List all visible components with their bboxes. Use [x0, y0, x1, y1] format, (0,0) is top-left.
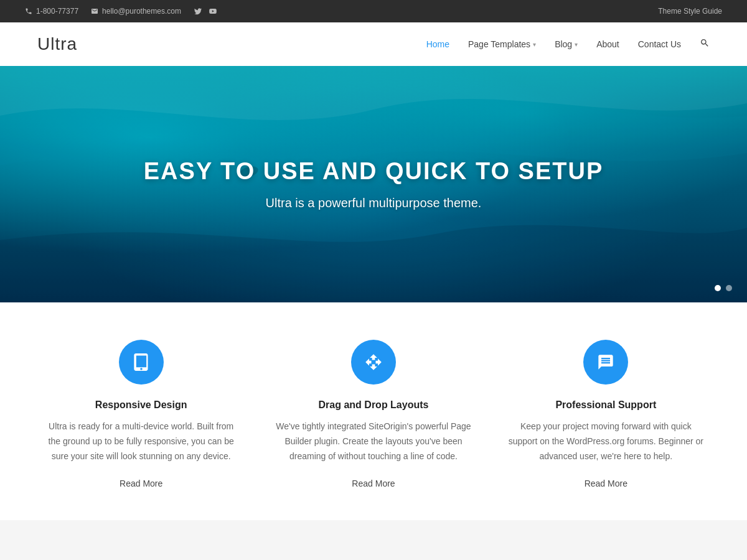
email-icon — [91, 7, 98, 15]
hero-section: EASY TO USE AND QUICK TO SETUP Ultra is … — [0, 66, 747, 302]
top-bar-left: 1-800-77377 hello@purothemes.com — [25, 7, 217, 16]
features-section: Responsive Design Ultra is ready for a m… — [0, 302, 747, 520]
hero-dots — [715, 285, 732, 291]
blog-chevron: ▾ — [575, 41, 578, 48]
feature-desc-drag-drop: We've tightly integrated SiteOrigin's po… — [276, 419, 471, 464]
hero-content: EASY TO USE AND QUICK TO SETUP Ultra is … — [144, 158, 604, 210]
main-nav: Home Page Templates ▾ Blog ▾ About Conta… — [426, 38, 710, 50]
tablet-icon — [133, 353, 150, 371]
phone-number: 1-800-77377 — [36, 7, 78, 16]
email-item: hello@purothemes.com — [91, 7, 181, 16]
page-templates-chevron: ▾ — [533, 41, 536, 48]
nav-page-templates[interactable]: Page Templates ▾ — [468, 39, 536, 49]
hero-dot-1[interactable] — [715, 285, 721, 291]
youtube-icon[interactable] — [209, 7, 217, 16]
custom-home-section: Custom Home Page — [0, 520, 747, 560]
email-address: hello@purothemes.com — [102, 7, 181, 16]
move-icon — [365, 353, 382, 371]
hero-subtitle: Ultra is a powerful multipurpose theme. — [144, 196, 604, 210]
feature-icon-drag-drop — [351, 340, 396, 385]
feature-desc-support: Keep your project moving forward with qu… — [509, 419, 703, 464]
search-button[interactable] — [700, 38, 710, 50]
feature-link-support[interactable]: Read More — [585, 478, 627, 488]
twitter-icon[interactable] — [194, 7, 202, 16]
feature-title-support: Professional Support — [509, 399, 703, 411]
feature-drag-drop: Drag and Drop Layouts We've tightly inte… — [257, 340, 489, 489]
feature-link-drag-drop[interactable]: Read More — [352, 478, 395, 488]
hero-dot-2[interactable] — [726, 285, 732, 291]
header: Ultra Home Page Templates ▾ Blog ▾ About… — [0, 22, 747, 66]
nav-blog[interactable]: Blog ▾ — [555, 39, 578, 49]
feature-icon-support — [583, 340, 628, 385]
nav-contact[interactable]: Contact Us — [638, 39, 681, 49]
hero-title: EASY TO USE AND QUICK TO SETUP — [144, 158, 604, 185]
social-icons — [194, 7, 217, 16]
style-guide-link[interactable]: Theme Style Guide — [658, 7, 722, 16]
chat-icon — [597, 353, 614, 371]
custom-section-title: Custom Home Page — [25, 558, 722, 560]
feature-title-responsive: Responsive Design — [44, 399, 238, 411]
phone-item: 1-800-77377 — [25, 7, 78, 16]
feature-desc-responsive: Ultra is ready for a multi-device world.… — [44, 419, 238, 464]
phone-icon — [25, 7, 32, 15]
feature-responsive: Responsive Design Ultra is ready for a m… — [25, 340, 257, 489]
site-logo[interactable]: Ultra — [37, 34, 77, 54]
feature-link-responsive[interactable]: Read More — [120, 478, 162, 488]
nav-home[interactable]: Home — [426, 39, 449, 49]
top-bar: 1-800-77377 hello@purothemes.com Theme S… — [0, 0, 747, 22]
feature-icon-responsive — [119, 340, 164, 385]
feature-support: Professional Support Keep your project m… — [490, 340, 722, 489]
search-icon — [700, 38, 710, 48]
nav-about[interactable]: About — [596, 39, 619, 49]
feature-title-drag-drop: Drag and Drop Layouts — [276, 399, 471, 411]
